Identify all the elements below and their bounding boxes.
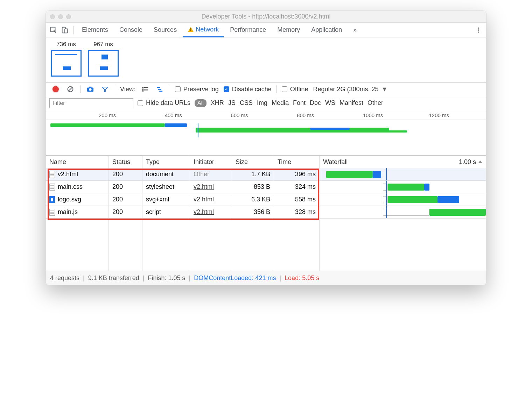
window-title: Developer Tools - http://localhost:3000/… — [46, 13, 486, 20]
throttling-select[interactable]: Regular 2G (300ms, 25 ▼ — [313, 86, 388, 93]
filmstrip-time: 967 ms — [93, 41, 113, 48]
kebab-menu-icon[interactable] — [474, 25, 483, 35]
filter-img[interactable]: Img — [257, 99, 267, 107]
filter-bar: Hide data URLs All XHR JS CSS Img Media … — [46, 96, 486, 110]
filter-toggle-button[interactable] — [100, 84, 110, 94]
device-icon[interactable] — [60, 25, 70, 35]
tabs-overflow[interactable]: » — [348, 23, 362, 37]
devtools-window: Developer Tools - http://localhost:3000/… — [46, 10, 486, 285]
file-icon — [49, 171, 55, 178]
separator — [73, 26, 74, 34]
filter-font[interactable]: Font — [293, 99, 306, 107]
status-load: Load: 5.05 s — [285, 274, 319, 282]
separator — [80, 85, 80, 93]
status-dcl: DOMContentLoaded: 421 ms — [194, 274, 276, 282]
filter-js[interactable]: JS — [228, 99, 236, 107]
col-initiator[interactable]: Initiator — [190, 156, 232, 168]
inspect-icon[interactable] — [49, 25, 58, 35]
svg-rect-16 — [144, 91, 148, 91]
svg-line-7 — [68, 87, 72, 91]
timeline-overview[interactable]: 200 ms 400 ms 600 ms 800 ms 1000 ms 1200… — [46, 110, 486, 156]
separator — [170, 85, 170, 93]
col-size[interactable]: Size — [232, 156, 274, 168]
svg-point-4 — [478, 29, 479, 30]
chevron-down-icon: ▼ — [382, 86, 388, 93]
checkbox-icon — [138, 100, 143, 106]
status-transferred: 9.1 KB transferred — [88, 274, 139, 282]
tab-sources[interactable]: Sources — [149, 23, 182, 37]
filmstrip-thumb — [51, 50, 82, 77]
tab-console[interactable]: Console — [114, 23, 147, 37]
initiator-link[interactable]: v2.html — [194, 183, 214, 191]
checkbox-icon — [224, 86, 229, 92]
preserve-log-checkbox[interactable]: Preserve log — [175, 86, 219, 93]
view-waterfall-icon[interactable] — [155, 84, 165, 94]
col-time[interactable]: Time — [274, 156, 320, 168]
svg-rect-9 — [89, 87, 91, 88]
filmstrip: 736 ms 967 ms — [46, 37, 486, 82]
col-waterfall[interactable]: Waterfall 1.00 s — [320, 156, 486, 168]
clear-button[interactable] — [65, 84, 75, 94]
filmstrip-frame[interactable]: 736 ms — [51, 41, 82, 77]
svg-rect-11 — [142, 87, 143, 88]
svg-rect-2 — [65, 29, 68, 33]
filmstrip-time: 736 ms — [56, 41, 76, 48]
tab-application[interactable]: Application — [306, 23, 347, 37]
view-label: View: — [120, 86, 135, 93]
waterfall-cell — [320, 168, 486, 181]
col-status[interactable]: Status — [109, 156, 142, 168]
disable-cache-checkbox[interactable]: Disable cache — [224, 86, 272, 93]
capture-screenshots-button[interactable] — [85, 84, 95, 94]
filter-input[interactable] — [49, 98, 133, 108]
status-bar: 4 requests | 9.1 KB transferred | Finish… — [46, 271, 486, 285]
filter-xhr[interactable]: XHR — [211, 99, 224, 107]
separator — [276, 85, 277, 93]
sort-asc-icon — [478, 160, 482, 163]
tab-network[interactable]: Network — [183, 23, 224, 37]
filter-other[interactable]: Other — [368, 99, 383, 107]
filmstrip-thumb — [88, 50, 119, 77]
waterfall-cell — [320, 181, 486, 193]
svg-rect-14 — [144, 89, 148, 90]
svg-rect-17 — [157, 87, 160, 88]
svg-rect-19 — [159, 91, 162, 92]
svg-point-10 — [89, 88, 91, 91]
tab-elements[interactable]: Elements — [77, 23, 113, 37]
col-type[interactable]: Type — [142, 156, 190, 168]
view-large-icon[interactable] — [140, 84, 150, 94]
record-icon — [52, 86, 59, 92]
titlebar: Developer Tools - http://localhost:3000/… — [46, 11, 486, 23]
filter-all[interactable]: All — [195, 99, 206, 107]
waterfall-cell — [320, 193, 486, 206]
main-tabs: Elements Console Sources Network Perform… — [46, 23, 486, 37]
status-requests: 4 requests — [50, 274, 79, 282]
col-name[interactable]: Name — [46, 156, 109, 168]
filter-media[interactable]: Media — [272, 99, 289, 107]
svg-rect-15 — [142, 90, 143, 91]
filter-ws[interactable]: WS — [325, 99, 335, 107]
file-icon — [49, 196, 55, 203]
svg-rect-18 — [158, 89, 161, 90]
checkbox-icon — [175, 86, 181, 92]
record-button[interactable] — [51, 84, 61, 94]
filter-doc[interactable]: Doc — [310, 99, 321, 107]
hide-data-urls-checkbox[interactable]: Hide data URLs — [138, 99, 190, 107]
svg-point-5 — [478, 31, 479, 33]
tab-memory[interactable]: Memory — [272, 23, 305, 37]
warning-icon — [188, 27, 194, 32]
waterfall-cell — [320, 206, 486, 219]
tab-performance[interactable]: Performance — [225, 23, 271, 37]
filter-manifest[interactable]: Manifest — [340, 99, 363, 107]
network-options: View: Preserve log Disable cache Offline… — [46, 82, 486, 96]
file-icon — [49, 184, 55, 191]
initiator-link[interactable]: v2.html — [194, 208, 214, 216]
svg-point-3 — [478, 27, 479, 28]
filter-css[interactable]: CSS — [240, 99, 253, 107]
file-icon — [49, 209, 55, 216]
filmstrip-frame[interactable]: 967 ms — [88, 41, 119, 77]
svg-rect-13 — [142, 88, 143, 90]
separator — [115, 85, 115, 93]
initiator-link[interactable]: v2.html — [194, 196, 214, 203]
checkbox-icon — [282, 86, 287, 92]
offline-checkbox[interactable]: Offline — [282, 86, 308, 93]
